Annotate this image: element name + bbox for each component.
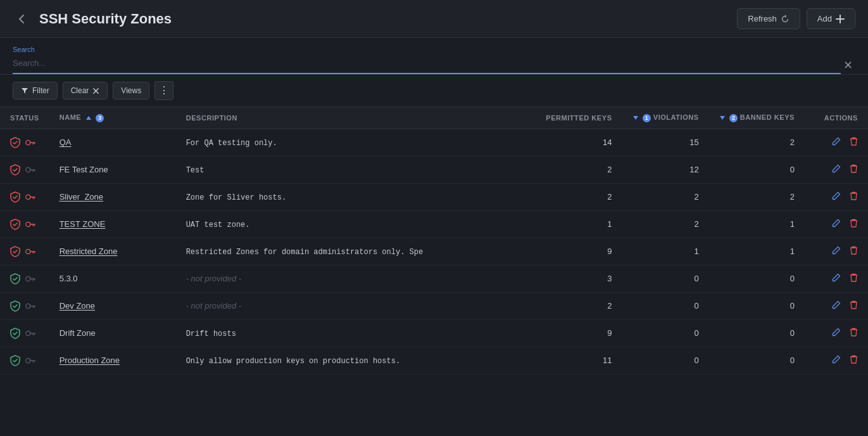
refresh-label: Refresh [748, 14, 777, 23]
description-text: Zone for Sliver hosts. [186, 193, 286, 202]
zone-name-link[interactable]: Dev Zone [60, 301, 95, 311]
permitted-keys-cell: 2 [536, 156, 622, 183]
status-cell [0, 129, 49, 156]
zones-table: STATUS NAME 3 DESCRIPTION PERMITTED KEYS… [0, 107, 868, 375]
banned-keys-cell: 2 [709, 129, 805, 156]
shield-icon [10, 246, 20, 257]
banned-sort-badge: 2 [729, 114, 738, 122]
filter-icon [21, 87, 28, 94]
edit-button[interactable] [832, 328, 843, 338]
permitted-keys-cell: 14 [536, 129, 622, 156]
table-container: STATUS NAME 3 DESCRIPTION PERMITTED KEYS… [0, 107, 868, 436]
table-row: FE Test Zone Test 2 12 0 [0, 156, 868, 183]
delete-button[interactable] [850, 356, 858, 366]
col-permitted-keys[interactable]: PERMITTED KEYS [536, 107, 622, 129]
status-icons [10, 300, 39, 312]
zone-name-link[interactable]: TEST ZONE [60, 219, 106, 229]
edit-icon [832, 300, 841, 309]
not-provided-text: - not provided - [186, 301, 241, 311]
zone-name: Drift Zone [60, 328, 96, 338]
svg-point-4 [26, 249, 30, 253]
edit-button[interactable] [832, 165, 843, 175]
edit-button[interactable] [832, 301, 843, 311]
filter-button[interactable]: Filter [13, 82, 58, 99]
close-search-button[interactable]: ✕ [841, 58, 855, 72]
table-row: TEST ZONE UAT test zone. 1 2 1 [0, 210, 868, 238]
description-cell: Only allow production keys on production… [176, 347, 536, 374]
name-cell: Restricted Zone [49, 238, 176, 265]
description-cell: For QA testing only. [176, 129, 536, 156]
col-description[interactable]: DESCRIPTION [176, 107, 536, 129]
delete-icon [850, 137, 858, 146]
name-cell: Sliver_Zone [49, 183, 176, 210]
table-row: 5.3.0 - not provided - 3 0 0 [0, 265, 868, 292]
shield-icon [10, 328, 20, 339]
name-cell: FE Test Zone [49, 156, 176, 183]
delete-button[interactable] [850, 192, 858, 202]
status-icons [10, 355, 39, 366]
delete-button[interactable] [850, 138, 858, 148]
delete-button[interactable] [850, 165, 858, 175]
violations-cell: 0 [622, 292, 709, 319]
views-label: Views [121, 86, 141, 95]
col-violations[interactable]: 1 VIOLATIONS [622, 107, 709, 129]
edit-button[interactable] [832, 192, 843, 202]
edit-button[interactable] [832, 138, 843, 148]
svg-point-5 [26, 276, 30, 281]
col-name[interactable]: NAME 3 [49, 107, 176, 129]
permitted-keys-cell: 11 [536, 347, 622, 374]
col-banned-keys[interactable]: 2 BANNED KEYS [709, 107, 805, 129]
col-status[interactable]: STATUS [0, 107, 49, 129]
zone-name-link[interactable]: QA [60, 138, 72, 147]
zone-name-link[interactable]: Restricted Zone [60, 247, 118, 256]
description-text: UAT test zone. [186, 221, 250, 229]
delete-button[interactable] [850, 219, 858, 229]
violations-cell: 1 [622, 238, 709, 265]
banned-keys-cell: 0 [709, 347, 805, 374]
svg-point-1 [26, 167, 30, 172]
edit-button[interactable] [832, 356, 843, 366]
search-input[interactable] [13, 56, 841, 74]
delete-icon [850, 355, 858, 364]
edit-button[interactable] [832, 219, 843, 229]
refresh-button[interactable]: Refresh [737, 8, 800, 29]
status-cell [0, 347, 49, 374]
edit-button[interactable] [832, 247, 843, 257]
permitted-keys-cell: 9 [536, 238, 622, 265]
delete-icon [850, 246, 858, 255]
delete-button[interactable] [850, 247, 858, 257]
permitted-keys-cell: 2 [536, 183, 622, 210]
actions-cell [805, 238, 868, 265]
edit-button[interactable] [832, 274, 843, 284]
more-options-button[interactable]: ⋮ [154, 81, 173, 100]
zone-name-link[interactable]: Production Zone [60, 356, 120, 365]
violations-cell: 12 [622, 156, 709, 183]
views-button[interactable]: Views [113, 82, 149, 99]
description-cell: - not provided - [176, 292, 536, 319]
add-button[interactable]: Add [807, 8, 855, 29]
zone-name: FE Test Zone [60, 165, 108, 174]
actions-cell [805, 319, 868, 347]
svg-point-8 [26, 358, 30, 362]
permitted-keys-cell: 3 [536, 265, 622, 292]
key-icon [25, 329, 35, 338]
delete-button[interactable] [850, 328, 858, 338]
delete-icon [850, 300, 858, 309]
not-provided-text: - not provided - [186, 274, 241, 283]
delete-button[interactable] [850, 274, 858, 284]
clear-button[interactable]: Clear [63, 82, 108, 99]
key-icon [25, 193, 35, 202]
banned-keys-cell: 0 [709, 292, 805, 319]
actions-cell [805, 210, 868, 238]
more-icon: ⋮ [159, 86, 170, 96]
shield-icon [10, 137, 20, 148]
banned-keys-cell: 0 [709, 156, 805, 183]
back-button[interactable] [13, 10, 30, 28]
zone-name-link[interactable]: Sliver_Zone [60, 192, 103, 202]
actions-cell [805, 156, 868, 183]
svg-point-0 [26, 140, 30, 144]
delete-button[interactable] [850, 301, 858, 311]
actions-cell [805, 265, 868, 292]
violations-cell: 0 [622, 319, 709, 347]
shield-icon [10, 164, 20, 176]
